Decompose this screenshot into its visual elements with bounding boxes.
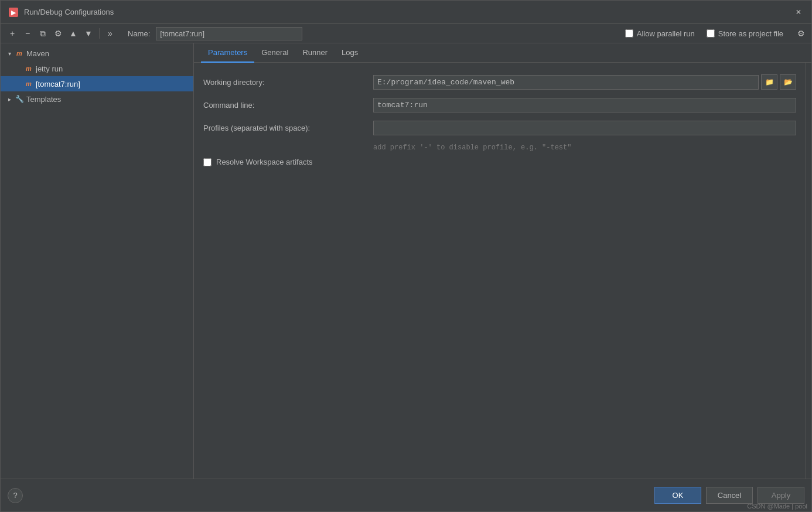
templates-arrow-icon: ▸ — [5, 95, 13, 103]
command-line-row: Command line: — [203, 98, 796, 112]
store-project-checkbox[interactable] — [707, 29, 715, 37]
tab-general[interactable]: General — [254, 43, 295, 63]
tabs-bar: Parameters General Runner Logs — [194, 43, 811, 63]
app-icon: ▶ — [8, 6, 19, 18]
sidebar-item-tomcat-run[interactable]: ▸ m [tomcat7:run] — [1, 76, 193, 91]
options-row: Allow parallel run Store as project file… — [625, 28, 807, 39]
move-down-button[interactable]: ▼ — [81, 26, 95, 40]
sidebar-item-maven[interactable]: ▾ m Maven — [1, 46, 193, 61]
svg-text:▶: ▶ — [11, 9, 16, 16]
profiles-row: Profiles (separated with space): — [203, 121, 796, 135]
toolbar-separator — [99, 28, 100, 39]
tomcat-maven-icon: m — [24, 79, 33, 88]
allow-parallel-checkbox[interactable] — [625, 29, 633, 37]
title-bar: ▶ Run/Debug Configurations × — [1, 1, 811, 24]
close-button[interactable]: × — [793, 6, 804, 18]
footer: ? OK Cancel Apply — [1, 479, 811, 511]
working-dir-input[interactable] — [373, 75, 759, 90]
jetty-maven-icon: m — [24, 64, 33, 73]
tab-parameters[interactable]: Parameters — [201, 43, 254, 63]
settings-button[interactable]: ⚙ — [51, 26, 65, 40]
right-panel: Parameters General Runner Logs Working d… — [194, 43, 811, 479]
resolve-workspace-label: Resolve Workspace artifacts — [216, 158, 313, 166]
name-label: Name: — [128, 29, 150, 38]
command-line-label: Command line: — [203, 101, 367, 110]
dialog-title: Run/Debug Configurations — [24, 8, 114, 16]
name-input[interactable] — [156, 27, 302, 40]
maven-arrow-icon: ▾ — [5, 49, 13, 57]
content-area: Working directory: 📁 📂 Command line: — [194, 63, 806, 479]
resolve-workspace-row: Resolve Workspace artifacts — [203, 158, 796, 166]
working-dir-container: 📁 📂 — [373, 74, 796, 90]
copy-button[interactable]: ⧉ — [36, 26, 50, 40]
help-button[interactable]: ? — [8, 488, 23, 503]
watermark: CSDN @Made | pool — [747, 503, 807, 510]
more-button[interactable]: » — [103, 26, 117, 40]
profiles-container — [373, 121, 796, 135]
profiles-hint: add prefix '-' to disable profile, e.g. … — [373, 144, 796, 152]
working-dir-label: Working directory: — [203, 78, 367, 87]
footer-left: ? — [8, 488, 23, 503]
command-line-input[interactable] — [373, 98, 796, 112]
maven-icon: m — [15, 49, 24, 58]
apply-button[interactable]: Apply — [758, 487, 804, 504]
sidebar: ▾ m Maven ▸ m jetty run ▸ — [1, 43, 194, 479]
sidebar-item-templates[interactable]: ▸ 🔧 Templates — [1, 91, 193, 107]
move-up-button[interactable]: ▲ — [66, 26, 80, 40]
gear-icon[interactable]: ⚙ — [795, 28, 807, 39]
folder-browse-button[interactable]: 📁 — [761, 74, 777, 90]
working-dir-row: Working directory: 📁 📂 — [203, 74, 796, 90]
remove-button[interactable]: − — [21, 26, 35, 40]
tab-runner[interactable]: Runner — [295, 43, 335, 63]
profiles-input[interactable] — [373, 121, 796, 135]
resolve-workspace-checkbox[interactable] — [203, 158, 211, 166]
vertical-scrollbar[interactable] — [806, 63, 811, 479]
store-project-label[interactable]: Store as project file — [707, 29, 783, 38]
wrench-icon: 🔧 — [15, 94, 24, 104]
profiles-label: Profiles (separated with space): — [203, 124, 367, 132]
sidebar-item-jetty-run[interactable]: ▸ m jetty run — [1, 61, 193, 76]
folder-alt-button[interactable]: 📂 — [780, 74, 796, 90]
allow-parallel-label[interactable]: Allow parallel run — [625, 29, 695, 38]
footer-right: OK Cancel Apply — [654, 487, 804, 504]
tab-logs[interactable]: Logs — [335, 43, 365, 63]
add-button[interactable]: + — [5, 26, 19, 40]
command-line-container — [373, 98, 796, 112]
ok-button[interactable]: OK — [654, 487, 701, 504]
cancel-button[interactable]: Cancel — [706, 487, 753, 504]
